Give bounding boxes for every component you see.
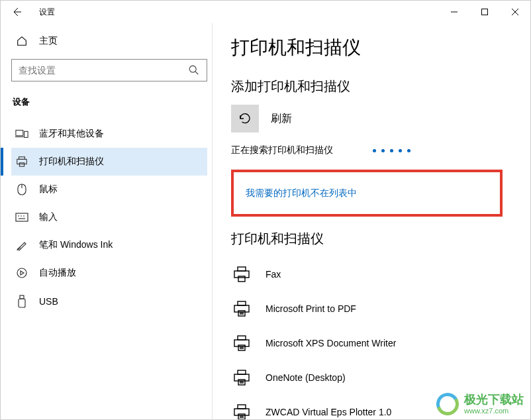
page-title: 打印机和扫描仪 (231, 35, 530, 60)
printer-device-icon (231, 298, 252, 319)
printer-name: Microsoft Print to PDF (266, 303, 356, 314)
autoplay-icon (15, 267, 28, 279)
watermark-url: www.xz7.com (464, 407, 524, 415)
printer-name: Microsoft XPS Document Writer (266, 338, 396, 348)
window-controls (439, 1, 530, 23)
nav-label: 输入 (39, 211, 58, 223)
refresh-label: 刷新 (271, 112, 292, 126)
nav-printers[interactable]: 打印机和扫描仪 (11, 148, 207, 176)
printer-device-icon (231, 367, 252, 388)
printer-not-listed-link[interactable]: 我需要的打印机不在列表中 (246, 187, 357, 198)
nav-pen[interactable]: 笔和 Windows Ink (11, 231, 207, 259)
nav-label: 蓝牙和其他设备 (39, 128, 104, 140)
nav-home[interactable]: 主页 (11, 30, 207, 52)
printer-item-pdf[interactable]: Microsoft Print to PDF (231, 291, 530, 326)
svg-point-4 (189, 66, 196, 72)
add-printer-heading: 添加打印机和扫描仪 (231, 78, 530, 95)
printer-item-fax[interactable]: Fax (231, 257, 530, 291)
search-box[interactable] (11, 59, 207, 81)
sidebar-section-title: 设备 (11, 96, 207, 108)
mouse-icon (15, 184, 28, 195)
svg-line-5 (195, 72, 199, 75)
watermark-logo-icon (436, 393, 459, 415)
printer-item-onenote[interactable]: OneNote (Desktop) (231, 360, 530, 395)
printer-name: OneNote (Desktop) (266, 372, 346, 383)
refresh-icon (238, 111, 252, 126)
refresh-row: 刷新 (231, 105, 530, 132)
nav-label: 自动播放 (39, 267, 76, 279)
search-input[interactable] (19, 65, 188, 76)
watermark-brand: 极光下载站 (464, 394, 524, 407)
keyboard-icon (15, 213, 28, 222)
nav-label: 笔和 Windows Ink (39, 239, 113, 251)
main-content: 打印机和扫描仪 添加打印机和扫描仪 刷新 正在搜索打印机和扫描仪 我需要的打印机… (213, 23, 530, 420)
searching-status: 正在搜索打印机和扫描仪 (231, 144, 530, 156)
printer-name: Fax (266, 269, 281, 280)
nav-mouse[interactable]: 鼠标 (11, 176, 207, 203)
nav-usb[interactable]: USB (11, 287, 207, 316)
svg-rect-1 (482, 9, 488, 15)
printer-list-heading: 打印机和扫描仪 (231, 230, 530, 248)
svg-rect-42 (238, 414, 245, 419)
printer-name: ZWCAD Virtual Eps Plotter 1.0 (266, 407, 391, 417)
close-icon (512, 9, 518, 15)
minimize-button[interactable] (439, 1, 469, 23)
svg-rect-11 (19, 163, 24, 166)
searching-text: 正在搜索打印机和扫描仪 (231, 144, 333, 156)
nav-label: 打印机和扫描仪 (39, 156, 104, 168)
svg-rect-40 (238, 405, 246, 409)
svg-rect-14 (16, 213, 28, 221)
svg-point-19 (17, 268, 26, 278)
loading-dots-icon (373, 149, 410, 152)
minimize-icon (451, 9, 458, 15)
svg-rect-32 (238, 345, 245, 350)
svg-rect-37 (238, 380, 245, 385)
window-title: 设置 (39, 7, 55, 18)
sidebar-divider (212, 23, 213, 420)
nav-home-label: 主页 (39, 35, 58, 47)
printer-icon (15, 156, 28, 168)
nav-label: USB (39, 296, 58, 307)
devices-icon (15, 129, 28, 139)
usb-icon (15, 295, 28, 308)
svg-rect-21 (19, 299, 25, 307)
refresh-button[interactable] (231, 105, 259, 132)
svg-rect-35 (238, 370, 246, 374)
maximize-icon (481, 9, 488, 15)
printer-device-icon (231, 333, 252, 354)
printer-item-xps[interactable]: Microsoft XPS Document Writer (231, 326, 530, 360)
svg-rect-6 (16, 131, 23, 136)
printer-device-icon (231, 401, 252, 420)
svg-rect-10 (17, 159, 26, 164)
highlight-box: 我需要的打印机不在列表中 (231, 170, 503, 217)
sidebar: 主页 设备 蓝牙和其他设备 打印机和扫描仪 鼠标 输入 笔和 Windows I… (1, 23, 213, 420)
svg-rect-27 (238, 311, 245, 316)
back-button[interactable] (6, 1, 27, 23)
nav-autoplay[interactable]: 自动播放 (11, 259, 207, 287)
nav-label: 鼠标 (39, 184, 58, 195)
title-bar-left: 设置 (6, 1, 55, 23)
home-icon (15, 35, 28, 47)
pen-icon (15, 239, 28, 251)
maximize-button[interactable] (469, 1, 500, 23)
svg-rect-25 (238, 301, 246, 305)
title-bar: 设置 (1, 1, 530, 23)
watermark: 极光下载站 www.xz7.com (436, 393, 524, 415)
svg-rect-24 (238, 276, 245, 282)
watermark-text-group: 极光下载站 www.xz7.com (464, 394, 524, 415)
svg-rect-30 (238, 336, 246, 340)
close-button[interactable] (500, 1, 530, 23)
svg-rect-20 (20, 295, 24, 299)
fax-icon (231, 264, 252, 285)
layout: 主页 设备 蓝牙和其他设备 打印机和扫描仪 鼠标 输入 笔和 Windows I… (1, 23, 530, 420)
arrow-left-icon (11, 7, 22, 17)
nav-bluetooth[interactable]: 蓝牙和其他设备 (11, 120, 207, 148)
svg-rect-8 (24, 131, 28, 137)
svg-rect-22 (238, 267, 246, 271)
search-icon (188, 64, 200, 76)
nav-typing[interactable]: 输入 (11, 203, 207, 231)
